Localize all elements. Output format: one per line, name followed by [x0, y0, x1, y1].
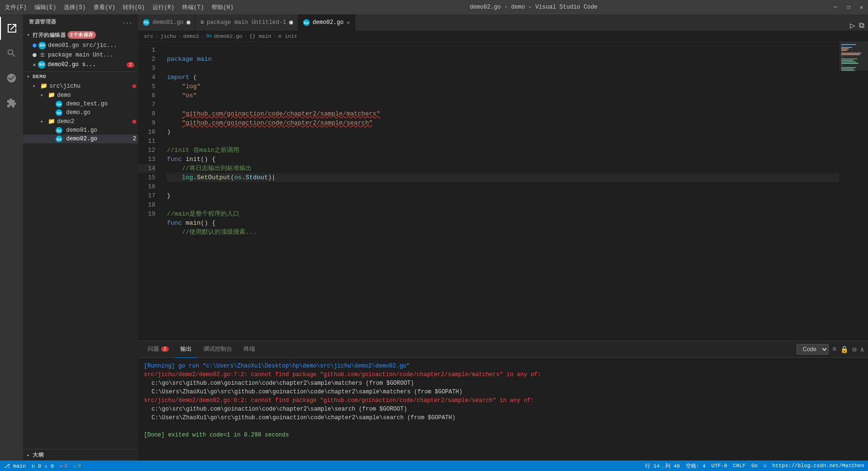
breadcrumb: src › jichu › demo2 › Go demo02.go › {} …: [138, 31, 868, 42]
explorer-section: ▾ DEMO ▾ 📁 src\jichu ▾ 📁 demo Go demo_te…: [23, 72, 138, 449]
output-source-select[interactable]: Code: [797, 344, 829, 355]
tree-item-demo-test[interactable]: Go demo_test.go: [23, 100, 138, 108]
status-blog-link: https://blog.csdn.net/MatChen: [773, 463, 864, 469]
output-label: 输出: [180, 345, 192, 353]
outline-section-divider: ▸ 大纲: [23, 449, 138, 460]
window-controls[interactable]: — ❐ ✕: [833, 4, 863, 11]
breadcrumb-demo2[interactable]: demo2: [183, 34, 199, 39]
status-encoding[interactable]: UTF-8: [711, 463, 727, 469]
menu-file[interactable]: 文件(F): [5, 3, 27, 11]
sidebar-more-icon[interactable]: ...: [122, 19, 132, 25]
tree-item-demo[interactable]: ▾ 📁 demo: [23, 91, 138, 100]
tab3-close-icon[interactable]: ✕: [346, 19, 350, 26]
go-icon-2: Go: [38, 61, 46, 69]
status-feedback-icon[interactable]: ☺: [763, 463, 767, 469]
menu-bar[interactable]: 文件(F) 编辑(E) 选择(S) 查看(V) 转到(G) 运行(R) 终端(T…: [5, 3, 234, 11]
panel-tab-problems[interactable]: 问题 2: [142, 341, 175, 358]
menu-help[interactable]: 帮助(H): [211, 3, 234, 11]
activity-search[interactable]: [0, 42, 23, 65]
open-editors-header[interactable]: ▾ 打开的编辑器 2个未保存: [23, 29, 138, 41]
window-title: demo02.go - demo - Visual Studio Code: [469, 4, 597, 11]
open-editors-section: ▾ 打开的编辑器 2个未保存 Go demo01.go src/jic... ☰…: [23, 29, 138, 72]
menu-goto[interactable]: 转到(G): [123, 3, 145, 11]
menu-terminal[interactable]: 终端(T): [182, 3, 204, 11]
panel: 问题 2 输出 调试控制台 终端 Code ≡ 🔒: [138, 341, 868, 460]
debug-console-label: 调试控制台: [203, 345, 232, 353]
outline-chevron: ▸: [27, 452, 33, 458]
error-detail-2a: c:\go\src\github.com\goinaction\code\cha…: [144, 405, 862, 414]
panel-actions: Code ≡ 🔒 ⊟ ∧: [797, 344, 864, 355]
status-eol[interactable]: CRLF: [733, 463, 745, 469]
run-button[interactable]: ▷: [850, 20, 855, 31]
sidebar-header-actions[interactable]: ...: [122, 19, 132, 25]
menu-view[interactable]: 查看(V): [94, 3, 116, 11]
error-detail-1a: c:\go\src\github.com\goinaction\code\cha…: [144, 379, 862, 388]
close-button[interactable]: ✕: [860, 4, 863, 11]
open-editor-item-0[interactable]: Go demo01.go src/jic...: [23, 41, 138, 50]
demo02-label: demo02.go: [66, 136, 97, 142]
code-content[interactable]: package main import ( "log" "os" "github…: [161, 42, 839, 341]
status-language[interactable]: Go: [751, 463, 758, 469]
tab-demo01[interactable]: Go demo01.go: [138, 14, 196, 31]
status-line-col[interactable]: 行 14，列 40: [645, 462, 680, 470]
editor-item-label-1: package main Unt...: [48, 52, 134, 58]
output-line-5: c:\go\src\github.com\goinaction\code\cha…: [144, 405, 862, 414]
maximize-button[interactable]: ❐: [847, 4, 850, 11]
breadcrumb-src[interactable]: src: [144, 34, 153, 39]
panel-tab-output[interactable]: 输出: [175, 341, 198, 358]
status-spaces[interactable]: 空格: 4: [686, 462, 706, 470]
tab-demo02[interactable]: Go demo02.go ✕: [298, 14, 355, 31]
warning-count: 0: [78, 463, 81, 469]
close-icon-2[interactable]: ✕: [33, 61, 36, 69]
breadcrumb-jichu[interactable]: jichu: [160, 34, 176, 39]
split-editor-button[interactable]: ⧉: [859, 21, 864, 30]
status-errors[interactable]: ✕ 2: [59, 463, 67, 469]
panel-clear-icon[interactable]: ⊟: [852, 345, 856, 354]
demo-section-header[interactable]: ▾ DEMO: [23, 72, 138, 81]
menu-edit[interactable]: 编辑(E): [35, 3, 57, 11]
demo-test-label: demo_test.go: [66, 101, 107, 107]
open-editor-item-2[interactable]: ✕ Go demo02.go s... 2: [23, 60, 138, 69]
output-line-0: [Running] go run "c:\Users\ZhaoXu1\Deskt…: [144, 362, 862, 370]
outline-label: 大纲: [33, 451, 44, 459]
running-text: [Running] go run "c:\Users\ZhaoXu1\Deskt…: [144, 363, 410, 369]
menu-run[interactable]: 运行(R): [152, 3, 175, 11]
tree-item-demo-go[interactable]: Go demo.go: [23, 108, 138, 117]
open-editors-label: 打开的编辑器: [33, 32, 66, 39]
activity-extensions[interactable]: [0, 92, 23, 115]
open-editor-item-1[interactable]: ☰ package main Unt...: [23, 50, 138, 60]
panel-tab-terminal[interactable]: 终端: [238, 341, 261, 358]
output-line-6: C:\Users\ZhaoXu1\go\src\github.com\goina…: [144, 414, 862, 422]
activity-explorer[interactable]: [0, 17, 23, 40]
breadcrumb-demo02go[interactable]: demo02.go: [214, 34, 242, 39]
panel-filter-icon[interactable]: ≡: [833, 345, 836, 353]
demo-folder-label: demo: [57, 92, 71, 99]
minimap: [839, 42, 868, 341]
output-line-4: src/jichu/demo2/demo02.go:8:2: cannot fi…: [144, 396, 862, 405]
breadcrumb-init[interactable]: ⊙ init: [279, 33, 298, 39]
activity-source-control[interactable]: [0, 67, 23, 90]
menu-select[interactable]: 选择(S): [64, 3, 86, 11]
panel-lock-icon[interactable]: 🔒: [840, 345, 848, 354]
outline-header[interactable]: ▸ 大纲: [23, 449, 138, 460]
tab-bar: Go demo01.go ≡ package main Untitled-1 G…: [138, 14, 868, 31]
sep3: ›: [201, 34, 204, 39]
error-line-2: src/jichu/demo2/demo02.go:8:2: cannot fi…: [144, 397, 534, 404]
go-ball-tab3: Go: [303, 19, 310, 26]
status-left: ⎇ main ↻ 0 ⚠ 0 ✕ 2 ⚠ 0: [4, 463, 81, 469]
status-branch[interactable]: ⎇ main: [4, 463, 26, 469]
tree-item-demo2[interactable]: ▾ 📁 demo2: [23, 117, 138, 126]
panel-tab-debug-console[interactable]: 调试控制台: [198, 341, 238, 358]
tree-item-demo02[interactable]: Go demo02.go 2: [23, 135, 138, 143]
minimize-button[interactable]: —: [833, 4, 837, 11]
breadcrumb-main[interactable]: {} main: [249, 34, 271, 39]
status-warnings[interactable]: ⚠ 0: [73, 463, 81, 469]
tree-item-demo01[interactable]: Go demo01.go: [23, 126, 138, 135]
tab-untitled[interactable]: ≡ package main Untitled-1: [196, 14, 298, 31]
panel-close-icon[interactable]: ∧: [860, 345, 864, 354]
open-editors-unsaved-badge: 2个未保存: [68, 31, 96, 39]
status-sync[interactable]: ↻ 0 ⚠ 0: [32, 463, 54, 469]
error-count: 2: [64, 463, 68, 469]
error-line-1: src/jichu/demo2/demo02.go:7:2: cannot fi…: [144, 371, 541, 378]
tree-item-src-jichu[interactable]: ▾ 📁 src\jichu: [23, 81, 138, 91]
